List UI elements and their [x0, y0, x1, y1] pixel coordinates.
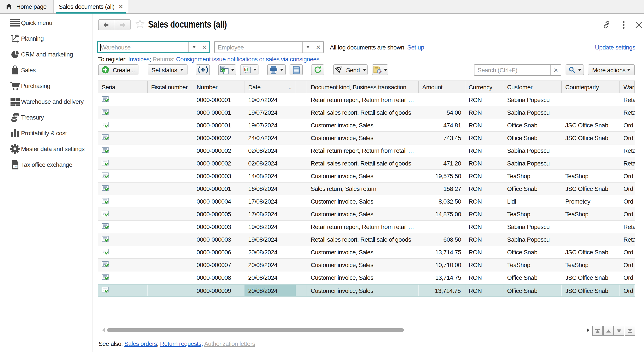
svg-text:TAX: TAX	[13, 165, 17, 167]
